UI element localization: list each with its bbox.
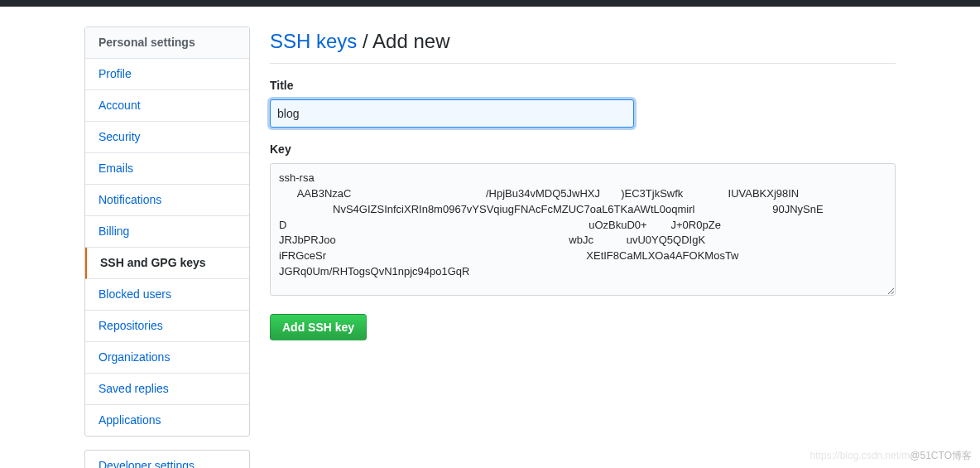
- title-label: Title: [270, 77, 896, 94]
- sidebar-item-organizations[interactable]: Organizations: [85, 342, 249, 374]
- sidebar-item-saved-replies[interactable]: Saved replies: [85, 374, 249, 405]
- breadcrumb-separator: /: [357, 30, 372, 52]
- sidebar-item-profile[interactable]: Profile: [85, 59, 249, 90]
- sidebar-item-applications[interactable]: Applications: [85, 405, 249, 436]
- sidebar-menu-personal: Personal settings Profile Account Securi…: [84, 27, 250, 437]
- key-textarea[interactable]: ssh-rsa AAB3NzaC /HpjBu34vMDQ5JwHXJ )EC3…: [270, 163, 896, 296]
- settings-sidebar: Personal settings Profile Account Securi…: [84, 27, 250, 468]
- sidebar-item-notifications[interactable]: Notifications: [85, 185, 249, 216]
- sidebar-item-ssh-gpg-keys[interactable]: SSH and GPG keys: [85, 248, 249, 279]
- sidebar-item-account[interactable]: Account: [85, 90, 249, 122]
- watermark-text: @51CTO博客: [910, 450, 972, 461]
- sidebar-item-developer-settings[interactable]: Developer settings: [85, 451, 249, 468]
- main-content: SSH keys / Add new Title Key ssh-rsa AAB…: [270, 27, 896, 468]
- sidebar-item-blocked-users[interactable]: Blocked users: [85, 279, 249, 311]
- breadcrumb-current: Add new: [372, 30, 449, 52]
- sidebar-item-emails[interactable]: Emails: [85, 153, 249, 185]
- key-form-group: Key ssh-rsa AAB3NzaC /HpjBu34vMDQ5JwHXJ …: [270, 141, 896, 301]
- window-top-bar: [0, 0, 980, 7]
- key-label: Key: [270, 141, 896, 158]
- watermark-url: https://blog.csdn.net/m: [810, 450, 910, 461]
- sidebar-item-security[interactable]: Security: [85, 122, 249, 153]
- add-ssh-key-button[interactable]: Add SSH key: [270, 314, 367, 340]
- watermark: https://blog.csdn.net/m@51CTO博客: [810, 448, 972, 463]
- sidebar-menu-developer: Developer settings: [84, 450, 250, 468]
- title-input[interactable]: [270, 99, 634, 128]
- sidebar-item-billing[interactable]: Billing: [85, 216, 249, 248]
- title-form-group: Title: [270, 77, 896, 128]
- breadcrumb-ssh-keys[interactable]: SSH keys: [270, 30, 357, 52]
- sidebar-item-repositories[interactable]: Repositories: [85, 311, 249, 342]
- sidebar-heading: Personal settings: [85, 27, 249, 59]
- page-title: SSH keys / Add new: [270, 27, 896, 64]
